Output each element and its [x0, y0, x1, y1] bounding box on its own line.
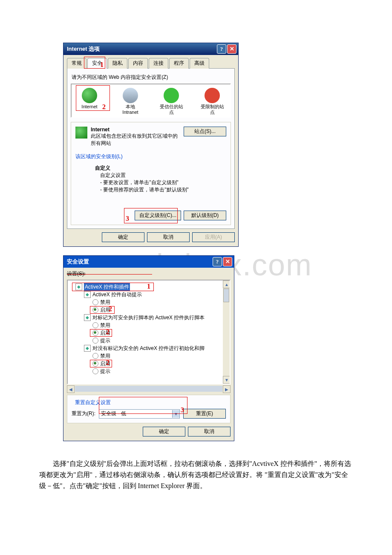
horizontal-scrollbar[interactable]: ◀ ▶ [67, 385, 231, 392]
settings-tree[interactable]: ◆ActiveX 控件和插件 1 ◆ActiveX 控件自动提示 禁用 启用 2… [67, 280, 231, 384]
globe-icon [75, 127, 87, 139]
reset-group: 重置自定义设置 重置为(R): 安全级 - 低 ▾ 重置(E) 3 [67, 395, 231, 423]
radio-disable[interactable]: 禁用 [69, 298, 228, 306]
cancel-button[interactable]: 取消 [188, 427, 231, 436]
radio-disable[interactable]: 禁用 [69, 352, 228, 360]
default-level-button[interactable]: 默认级别(D) [184, 211, 226, 220]
custom-line1: - 要更改设置，请单击"自定义级别" [100, 179, 226, 186]
instruction-paragraph: 选择"自定义级别"后会弹出上面对话框，拉动右侧滚动条，选择到"AcvtiveX … [39, 458, 353, 491]
gear-icon: ◆ [84, 314, 91, 321]
zone-trusted[interactable]: 受信任的站点 [156, 88, 186, 115]
ok-button[interactable]: 确定 [102, 232, 144, 242]
tab-programs[interactable]: 程序 [169, 58, 189, 69]
gear-icon: ◆ [84, 345, 91, 352]
annotation-2d: 2 [106, 359, 110, 367]
tab-content[interactable]: 内容 [128, 58, 148, 69]
radio-enable[interactable]: 启用 2 [69, 306, 228, 314]
cancel-button[interactable]: 取消 [147, 232, 190, 242]
node-auto-prompt[interactable]: ◆ActiveX 控件自动提示 [69, 291, 228, 298]
reset-button[interactable]: 重置(E) [183, 409, 226, 419]
zone-intranet[interactable]: 本地Intranet [115, 88, 145, 115]
scroll-right-icon[interactable]: ▶ [223, 385, 231, 393]
annotation-1b: 1 [147, 283, 150, 290]
vertical-scrollbar[interactable]: ▲ ▼ [223, 280, 230, 384]
ok-button[interactable]: 确定 [143, 427, 185, 436]
close-icon[interactable]: ✕ [227, 44, 236, 54]
gear-icon: ◆ [84, 291, 91, 298]
monitor-icon [123, 88, 138, 103]
zone-select-label: 请为不同区域的 Web 内容指定安全设置(Z) [72, 74, 231, 81]
check-icon [164, 88, 179, 103]
zone-restricted[interactable]: 受限制的站点 [197, 88, 227, 115]
zone-detail-group: Internet 此区域包含您还没有放到其它区域中的所有网站 站点(S)... … [71, 122, 231, 225]
annotation-1: 1 [100, 61, 104, 69]
annotation-3a: 3 [126, 215, 129, 223]
sites-button[interactable]: 站点(S)... [184, 127, 226, 136]
security-level-label: 该区域的安全级别(L) [75, 153, 226, 160]
security-settings-dialog: 安全设置 ? ✕ 设置(S): ◆ActiveX 控件和插件 1 ◆Active… [63, 255, 234, 441]
tab-strip: 常规 安全 隐私 内容 连接 程序 高级 1 [67, 58, 235, 69]
apply-button[interactable]: 应用(A) [192, 232, 235, 242]
annotation-3b: 3 [181, 406, 184, 414]
radio-prompt[interactable]: 提示 [69, 367, 228, 375]
radio-disable[interactable]: 禁用 [69, 321, 228, 329]
scroll-up-icon[interactable]: ▲ [223, 280, 231, 288]
help-icon[interactable]: ? [217, 44, 226, 54]
internet-options-dialog: Internet 选项 ? ✕ 常规 安全 隐私 内容 连接 程序 高级 1 请… [63, 43, 239, 247]
reset-to-label: 重置为(R): [72, 410, 95, 417]
annotation-2c: 2 [106, 328, 110, 336]
titlebar: 安全设置 ? ✕ [63, 256, 234, 268]
radio-prompt[interactable]: 提示 [69, 337, 228, 344]
annotation-2a: 2 [102, 103, 106, 111]
tab-connections[interactable]: 连接 [149, 58, 168, 69]
stop-icon [205, 88, 220, 103]
custom-line2: - 要使用推荐的设置，请单击"默认级别" [100, 186, 226, 194]
scroll-left-icon[interactable]: ◀ [67, 385, 75, 393]
help-icon[interactable]: ? [213, 257, 222, 266]
close-icon[interactable]: ✕ [223, 257, 232, 266]
zone-list: Internet 本地Intranet 受信任的站点 受限制的站点 2 [71, 84, 231, 118]
node-unsafe-init[interactable]: ◆对没有标记为安全的 ActiveX 控件进行初始化和脚 [69, 344, 228, 352]
scroll-down-icon[interactable]: ▼ [223, 376, 231, 384]
annotation-2b: 2 [109, 305, 112, 313]
zone-name: Internet [91, 127, 180, 133]
radio-enable[interactable]: 启用 2 [69, 360, 228, 367]
zone-description: 此区域包含您还没有放到其它区域中的所有网站 [91, 133, 180, 147]
node-safe-script[interactable]: ◆对标记为可安全执行脚本的 ActiveX 控件执行脚本 [69, 314, 228, 321]
custom-sub: 自定义设置 [100, 172, 226, 179]
dialog-title: 安全设置 [65, 258, 212, 266]
radio-enable[interactable]: 启用 2 [69, 329, 228, 337]
tab-advanced[interactable]: 高级 [190, 58, 209, 69]
titlebar: Internet 选项 ? ✕ [63, 43, 238, 55]
dialog-title: Internet 选项 [65, 45, 216, 53]
tab-privacy[interactable]: 隐私 [108, 58, 127, 69]
custom-heading: 自定义 [95, 165, 226, 172]
